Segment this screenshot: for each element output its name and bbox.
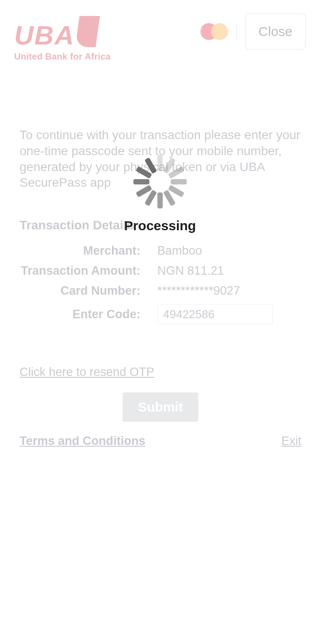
merchant-row: Merchant: Bamboo <box>20 244 301 258</box>
divider <box>236 24 237 40</box>
amount-value: NGN 811.21 <box>157 264 224 278</box>
merchant-value: Bamboo <box>157 244 202 258</box>
processing-overlay: Processing <box>124 153 196 233</box>
bank-tagline: United Bank for Africa <box>14 52 111 62</box>
submit-button[interactable]: Submit <box>123 392 198 422</box>
resend-otp-link[interactable]: Click here to resend OTP <box>20 365 154 379</box>
terms-link[interactable]: Terms and Conditions <box>20 434 145 448</box>
card-row: Card Number: ************9027 <box>20 284 301 298</box>
bank-logo-text: UBA <box>14 22 75 49</box>
merchant-label: Merchant: <box>20 244 157 258</box>
mastercard-icon <box>200 23 228 40</box>
processing-label: Processing <box>124 218 196 233</box>
amount-row: Transaction Amount: NGN 811.21 <box>20 264 301 278</box>
spinner-icon <box>132 153 188 210</box>
exit-link[interactable]: Exit <box>281 434 301 448</box>
bank-logo-mark <box>75 16 100 47</box>
bank-logo: UBA United Bank for Africa <box>14 7 111 62</box>
card-value: ************9027 <box>157 284 240 298</box>
amount-label: Transaction Amount: <box>20 264 157 278</box>
code-row: Enter Code: <box>20 304 301 324</box>
code-label: Enter Code: <box>20 308 157 321</box>
otp-input[interactable] <box>157 304 273 324</box>
transaction-details: Merchant: Bamboo Transaction Amount: NGN… <box>20 244 301 324</box>
close-button[interactable]: Close <box>245 13 306 50</box>
card-label: Card Number: <box>20 284 157 298</box>
